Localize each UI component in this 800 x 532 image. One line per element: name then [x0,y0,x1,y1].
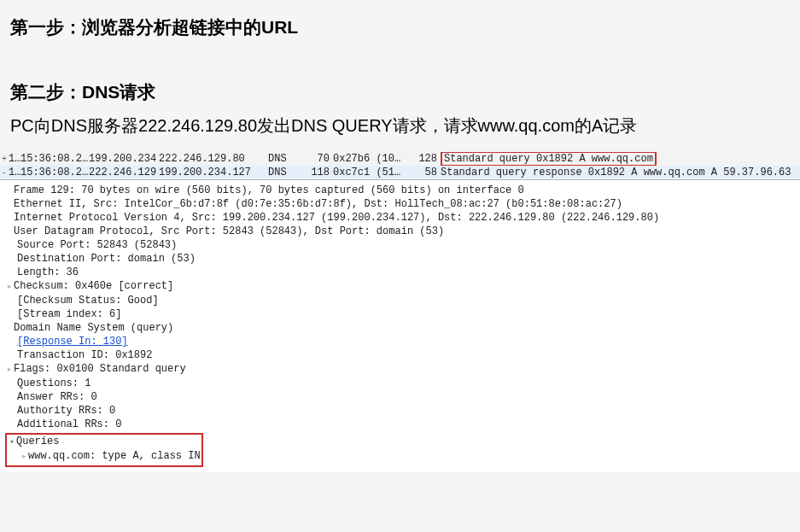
step2-heading: 第二步：DNS请求 [0,46,800,109]
packet-col-b: 128 [403,153,437,165]
dns-additional-rrs: Additional RRs: 0 [5,418,795,431]
info-highlight-box: Standard query 0x1892 A www.qq.com [441,152,657,166]
packet-len: 70 [304,153,330,165]
udp-checksum[interactable]: ▹Checksum: 0x460e [correct] [5,279,795,294]
detail-ethernet[interactable]: Ethernet II, Src: IntelCor_6b:d7:8f (d0:… [5,197,795,211]
packet-proto: DNS [268,153,304,165]
wireshark-capture: + 1… 15:36:08.2… 199.200.234.… 222.246.1… [0,152,800,472]
detail-dns[interactable]: Domain Name System (query) [5,321,795,335]
packet-time: 15:36:08.2… [20,167,89,178]
packet-col-a: 0xc7c1 (51… [330,167,403,178]
dns-questions: Questions: 1 [5,377,795,390]
expand-icon[interactable]: ▹ [20,450,28,464]
packet-col-a: 0x27b6 (10… [330,153,403,165]
dns-authority-rrs: Authority RRs: 0 [5,404,795,418]
dns-query-item[interactable]: ▹www.qq.com: type A, class IN [8,449,201,464]
udp-srcport: Source Port: 52843 (52843) [5,238,795,252]
packet-row[interactable]: - 1… 15:36:08.2… 222.246.129.… 199.200.2… [0,166,800,179]
packet-dst: 222.246.129.80 [159,153,268,165]
packet-list: + 1… 15:36:08.2… 199.200.234.… 222.246.1… [0,152,800,179]
dns-queries[interactable]: ▾Queries [8,435,201,449]
packet-row[interactable]: + 1… 15:36:08.2… 199.200.234.… 222.246.1… [0,152,800,166]
dns-txid: Transaction ID: 0x1892 [5,348,795,362]
udp-dstport: Destination Port: domain (53) [5,252,795,266]
packet-no: 1… [9,167,20,178]
packet-proto: DNS [268,167,304,178]
expand-icon[interactable]: ▹ [5,280,14,294]
step1-heading: 第一步：浏览器分析超链接中的URL [0,0,800,46]
packet-dst: 199.200.234.127 [159,167,268,178]
packet-len: 118 [304,167,330,178]
detail-udp[interactable]: User Datagram Protocol, Src Port: 52843 … [5,225,795,238]
packet-no: 1… [9,153,20,165]
dns-flags[interactable]: ▹Flags: 0x0100 Standard query [5,362,795,377]
udp-checksum-status: [Checksum Status: Good] [5,294,795,307]
step2-paragraph: PC向DNS服务器222.246.129.80发出DNS QUERY请求，请求w… [0,109,800,152]
packet-src: 222.246.129.… [89,167,159,178]
dns-response-in[interactable]: [Response In: 130] [5,335,795,348]
packet-info: Standard query 0x1892 A www.qq.com [437,152,798,166]
detail-frame[interactable]: Frame 129: 70 bytes on wire (560 bits), … [5,184,795,197]
packet-time: 15:36:08.2… [20,153,89,165]
packet-details: Frame 129: 70 bytes on wire (560 bits), … [0,179,800,472]
expand-icon[interactable]: + [2,155,9,164]
dns-answer-rrs: Answer RRs: 0 [5,390,795,404]
detail-ip[interactable]: Internet Protocol Version 4, Src: 199.20… [5,211,795,225]
packet-info: Standard query response 0x1892 A www.qq.… [437,167,798,178]
queries-highlight-box: ▾Queries ▹www.qq.com: type A, class IN [5,433,203,467]
udp-length: Length: 36 [5,266,795,279]
expand-icon[interactable]: - [2,168,9,178]
collapse-icon[interactable]: ▾ [8,436,16,449]
udp-stream: [Stream index: 6] [5,307,795,321]
packet-src: 199.200.234.… [89,153,159,165]
expand-icon[interactable]: ▹ [5,363,14,377]
packet-col-b: 58 [403,167,437,178]
